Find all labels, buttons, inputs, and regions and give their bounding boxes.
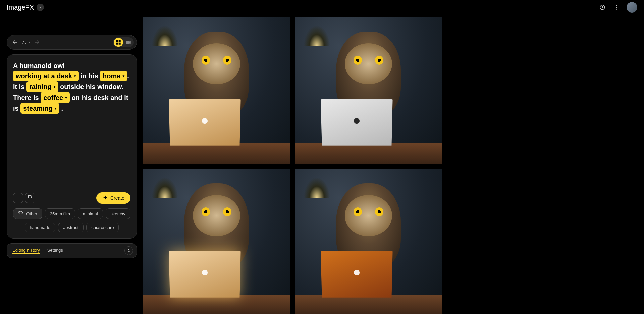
view-toggle [113,37,134,47]
prompt-segment: A humanoid owl [13,62,65,69]
style-section: Other 35mm film minimal sketchy handmade… [13,208,130,232]
nav-left: 7 / 7 [12,39,40,45]
grid-view-button[interactable] [114,38,123,47]
sparkle-icon [102,195,108,201]
tab-settings[interactable]: Settings [47,248,63,254]
video-icon [125,39,131,45]
unfold-icon [126,248,132,254]
style-chip[interactable]: abstract [58,223,84,232]
prompt-text[interactable]: A humanoid owl working at a desk▼ in his… [13,61,130,188]
bottom-tabs: Editing history Settings [7,243,137,258]
image-grid [143,17,442,314]
app-name: ImageFX [7,4,34,11]
help-icon [599,4,605,10]
more-vert-icon [613,4,620,10]
svg-rect-6 [116,43,118,45]
help-button[interactable] [598,3,606,11]
refresh-icon [27,195,33,201]
chevron-down-icon [37,4,43,10]
prompt-segment: in his [79,72,100,80]
logo-area: ImageFX [7,4,44,11]
prompt-chip-coffee[interactable]: coffee▼ [41,92,70,103]
history-nav: 7 / 7 [7,35,137,50]
chevron-down-icon: ▼ [73,74,77,79]
left-panel: 7 / 7 A humanoid owl working at a desk▼ … [7,15,137,314]
refresh-button[interactable] [25,193,35,203]
svg-rect-5 [119,40,121,42]
nav-counter: 7 / 7 [22,40,30,45]
prompt-chip-home[interactable]: home▼ [100,71,127,81]
copy-button[interactable] [13,193,23,203]
arrow-left-icon [12,39,18,45]
prompt-actions: Create [13,192,130,204]
svg-rect-4 [116,40,118,42]
svg-rect-8 [17,197,20,200]
svg-rect-9 [16,196,19,199]
chevron-down-icon: ▼ [122,74,125,79]
chevron-down-icon: ▼ [53,84,56,89]
next-button[interactable] [34,39,40,45]
prompt-segment: . [59,105,63,112]
tab-editing-history[interactable]: Editing history [12,248,40,254]
generated-image-3[interactable] [143,169,290,314]
refresh-icon [18,211,24,217]
generated-image-2[interactable] [295,17,442,164]
main-content: 7 / 7 A humanoid owl working at a desk▼ … [0,15,644,314]
prompt-chip-raining[interactable]: raining▼ [26,81,58,92]
top-bar: ImageFX [0,0,644,15]
grid-icon [115,39,121,45]
video-view-button[interactable] [124,38,133,47]
more-button[interactable] [612,3,621,11]
prompt-chip-steaming[interactable]: steaming▼ [20,103,59,114]
style-chip-other[interactable]: Other [13,208,42,219]
generated-image-1[interactable] [143,17,290,164]
svg-point-3 [616,9,617,10]
topbar-actions [598,2,637,13]
style-chip[interactable]: 35mm film [45,208,75,219]
create-button[interactable]: Create [96,192,130,204]
app-dropdown[interactable] [37,4,44,11]
style-chip[interactable]: minimal [78,208,103,219]
generated-image-4[interactable] [295,169,442,314]
style-chip[interactable]: chiaroscuro [86,223,119,232]
copy-icon [15,195,21,201]
avatar[interactable] [627,2,637,13]
prompt-chip-working[interactable]: working at a desk▼ [13,71,79,81]
prompt-action-left [13,193,35,203]
svg-point-1 [616,5,617,6]
style-chip[interactable]: handmade [25,223,55,232]
chevron-down-icon: ▼ [64,95,68,100]
prompt-card: A humanoid owl working at a desk▼ in his… [7,54,137,239]
svg-point-2 [616,7,617,8]
tabs-expand-button[interactable] [124,246,133,255]
style-chip[interactable]: sketchy [106,208,130,219]
style-row-2: handmade abstract chiaroscuro [13,223,130,232]
prev-button[interactable] [12,39,18,45]
chevron-down-icon: ▼ [54,106,57,111]
tabs-left: Editing history Settings [12,248,63,254]
style-row-1: Other 35mm film minimal sketchy [13,208,130,219]
arrow-right-icon [34,39,40,45]
svg-rect-7 [119,43,121,45]
